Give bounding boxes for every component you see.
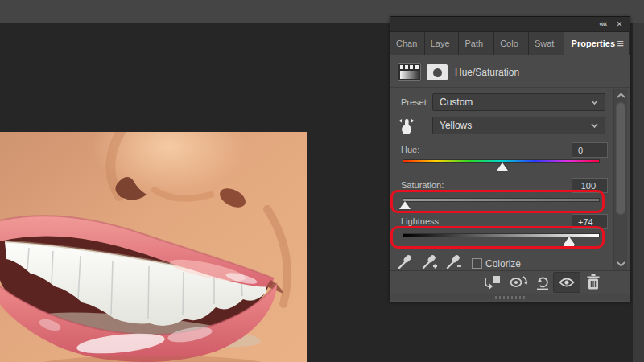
preset-dropdown[interactable]: Custom	[432, 93, 605, 111]
panel-resize-gripper[interactable]	[495, 296, 526, 299]
panel-menu-icon[interactable]: ≡	[617, 38, 624, 49]
colorize-label: Colorize	[485, 258, 521, 269]
targeted-adjustment-hand-icon[interactable]	[396, 115, 417, 136]
lightness-annotation-box	[390, 226, 605, 249]
hue-value-input[interactable]	[572, 142, 608, 158]
view-previous-state-icon[interactable]	[508, 274, 530, 291]
reset-adjustment-icon[interactable]	[534, 274, 551, 291]
mask-dot	[433, 68, 442, 77]
panel-tab-bar: Chan Laye Path Colo Swat Properties ≡	[390, 32, 630, 55]
panel-resize-strip	[390, 294, 630, 300]
tab-layers[interactable]: Laye	[425, 32, 460, 55]
channel-value: Yellows	[440, 120, 472, 131]
channel-dropdown[interactable]: Yellows	[432, 117, 605, 134]
panel-scrollbar[interactable]	[613, 89, 627, 271]
toolbar-divider	[390, 270, 630, 271]
dock-edge-strip	[633, 23, 644, 362]
chevron-down-icon	[591, 100, 598, 105]
saturation-annotation-box	[390, 190, 605, 213]
eye-icon	[559, 277, 575, 288]
document-image-smile-photo	[0, 132, 307, 362]
lightness-label: Lightness:	[401, 216, 441, 226]
eyedropper-icon[interactable]	[397, 254, 413, 270]
hue-label: Hue:	[401, 145, 419, 154]
chevron-down-icon	[591, 123, 598, 128]
hue-slider[interactable]	[402, 159, 600, 172]
hue-saturation-adjustment-icon	[398, 63, 421, 81]
saturation-label: Saturation:	[401, 180, 444, 190]
panel-body: Hue/Saturation Preset: Custom Yellows Hu…	[390, 55, 630, 302]
colorize-checkbox[interactable]	[472, 258, 482, 269]
scroll-up-icon[interactable]	[616, 92, 626, 100]
tab-swatches[interactable]: Swat	[529, 32, 564, 55]
scroll-down-icon[interactable]	[616, 260, 626, 268]
tab-paths[interactable]: Path	[459, 32, 494, 55]
preset-label: Preset:	[401, 97, 429, 107]
tab-color[interactable]: Colo	[494, 32, 529, 55]
collapse-panel-icon[interactable]: ««	[599, 20, 606, 28]
scrollbar-thumb[interactable]	[616, 102, 625, 215]
divider	[390, 87, 630, 88]
delete-adjustment-trash-icon[interactable]	[585, 274, 601, 291]
layer-mask-icon[interactable]	[427, 64, 448, 80]
subtract-eyedropper-icon[interactable]	[445, 254, 463, 270]
hue-slider-thumb[interactable]	[497, 162, 508, 171]
properties-panel: «« × Chan Laye Path Colo Swat Properties…	[390, 16, 630, 302]
tab-channels[interactable]: Chan	[390, 32, 425, 55]
panel-title-bar: «« ×	[390, 17, 630, 32]
adjustment-title: Hue/Saturation	[455, 67, 519, 78]
clip-to-layer-icon[interactable]	[482, 274, 502, 290]
add-eyedropper-icon[interactable]	[421, 254, 439, 270]
preset-value: Custom	[440, 97, 473, 108]
close-panel-icon[interactable]: ×	[616, 19, 622, 29]
visibility-toggle-button[interactable]	[553, 272, 580, 293]
photoshop-workspace: { "window": { "collapse_icon": "««", "cl…	[0, 0, 644, 362]
